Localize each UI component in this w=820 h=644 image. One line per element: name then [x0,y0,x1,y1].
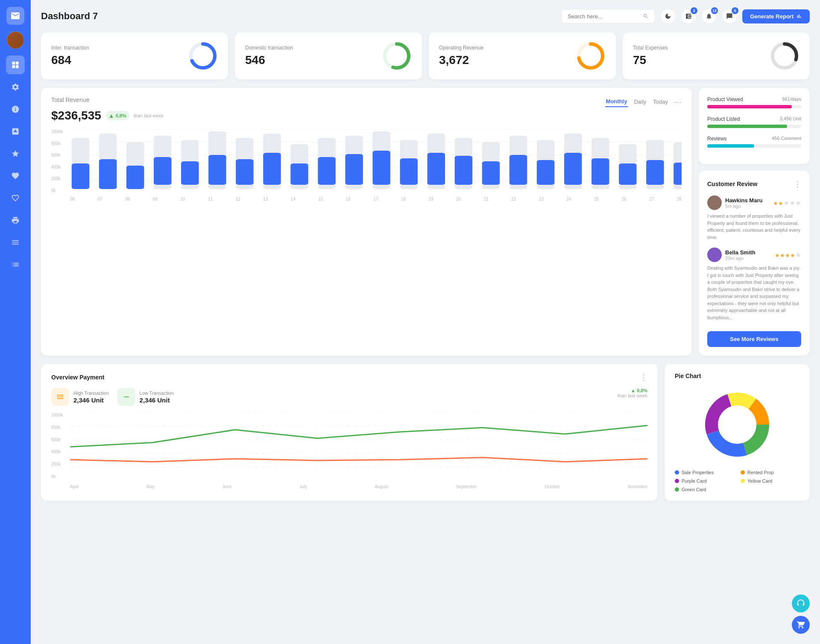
revenue-title: Total Revenue [51,96,90,103]
sidebar-item-print[interactable] [6,211,25,230]
svg-rect-44 [181,161,199,185]
reviewer-avatar [707,248,722,262]
pie-legend: Sale Properties Rented Prop Purple Card … [675,470,800,492]
legend-rented-prop: Rented Prop [741,470,800,475]
search-input[interactable] [568,13,639,20]
moon-icon [665,13,671,20]
legend-dot [675,479,679,483]
legend-sale-properties: Sale Properties [675,470,734,475]
y-axis-labels: 1000k 800k 600k 400k 200k 0k [51,129,63,193]
reviewer-name: Bella Smith [725,249,756,256]
float-buttons [792,594,810,634]
search-icon [643,13,649,20]
sidebar-item-dashboard[interactable] [6,55,25,74]
notifications-btn[interactable]: 12 [701,9,717,24]
svg-rect-59 [592,158,609,185]
chat-btn[interactable]: 5 [722,9,737,24]
sidebar-item-heart[interactable] [6,166,25,185]
progress-bar [707,144,801,148]
tab-daily[interactable]: Daily [633,97,647,107]
tab-today[interactable]: Today [652,97,669,107]
donut-chart-expenses [770,41,800,71]
svg-rect-45 [208,155,226,185]
sidebar-item-heart-outline[interactable] [6,189,25,207]
metric-product-viewed: Product Viewed 561/days [707,96,801,108]
legend-green-card: Green Card [675,487,734,492]
svg-rect-43 [154,157,171,185]
svg-rect-50 [345,154,363,185]
line-chart-svg [70,413,647,481]
svg-rect-47 [263,153,281,185]
revenue-more-options[interactable]: ⋯ [674,97,682,107]
progress-bar [707,105,801,108]
stat-card-revenue: Operating Revenue 3,672 [429,32,616,79]
tab-monthly[interactable]: Monthly [605,96,628,107]
sidebar-item-settings[interactable] [6,78,25,96]
svg-rect-54 [455,156,472,185]
svg-rect-41 [99,159,117,189]
svg-rect-3 [16,65,19,68]
svg-rect-46 [236,159,253,185]
sidebar-item-list[interactable] [6,255,25,274]
search-box[interactable] [561,9,655,23]
bell-icon [706,13,712,20]
user-avatar[interactable] [7,32,24,49]
legend-yellow-card: Yellow Card [741,478,800,484]
metric-value: 3,456 Unit [780,116,801,122]
stat-value: 75 [633,53,668,67]
support-float-button[interactable] [792,594,810,612]
stat-label: Inter. transaction [51,45,89,51]
metric-label: Reviews [707,136,726,142]
x-axis-labels: 0607080910111213141516171819202122232425… [70,197,682,201]
payment-more-options[interactable]: ⋮ [640,373,647,382]
payment-badge: ▲ 0,8% [618,388,647,393]
metric-label: Product Viewed [707,96,743,102]
legend-purple-card: Purple Card [675,478,734,484]
cart-float-button[interactable] [792,616,810,634]
sidebar-item-info[interactable] [6,100,25,119]
wallet-btn[interactable]: 2 [681,9,696,24]
review-time: 5m ago [725,204,762,209]
revenue-amount: $236,535 [51,109,101,122]
svg-rect-52 [400,158,418,185]
svg-rect-0 [12,62,15,65]
metric-label: Product Listed [707,116,740,122]
donut-chart-domestic [382,41,412,71]
svg-rect-57 [537,160,554,185]
payment-title: Overview Payment [51,374,105,381]
see-more-reviews-button[interactable]: See More Reviews [707,331,801,347]
svg-rect-60 [619,163,636,185]
stat-label: Operating Revenue [439,45,483,51]
header-actions: 2 12 5 Generate Report [561,9,810,24]
legend-dot [675,487,679,492]
sidebar-item-favorites[interactable] [6,144,25,163]
generate-report-button[interactable]: Generate Report [742,9,810,23]
stats-row: Inter. transaction 684 Domestic transact… [41,32,810,79]
star-rating: ★★ [773,200,783,207]
bar-chart-icon [796,13,802,19]
review-more-options[interactable]: ⋮ [794,179,801,189]
svg-rect-1 [16,62,19,65]
svg-rect-53 [428,153,445,185]
app-logo[interactable] [6,7,24,25]
stat-label: Domestic transaction [245,45,293,51]
cart-icon [797,621,805,629]
line-chart-wrapper: 1000k 800k 600k 400k 200k 0k [51,413,647,489]
high-transaction-icon [51,388,69,406]
low-transaction-label: Low Transaction [140,390,174,396]
dark-mode-btn[interactable] [660,9,676,24]
legend-dot [741,479,745,483]
wallet-badge: 2 [691,7,697,14]
svg-rect-48 [290,163,308,185]
sidebar-item-analytics[interactable] [6,122,25,141]
svg-rect-51 [372,151,390,185]
revenue-tabs: Monthly Daily Today ⋯ [605,96,682,107]
stat-value: 3,672 [439,53,483,67]
stat-info: Inter. transaction 684 [51,45,89,67]
progress-fill [707,144,754,148]
stat-card-expenses: Total Expenses 75 [623,32,810,79]
high-transaction: High Transaction 2,346 Unit [51,388,109,406]
bar-chart-wrapper: 1000k 800k 600k 400k 200k 0k [51,129,682,201]
sidebar-item-menu[interactable] [6,233,25,252]
star-rating: ★★★★ [775,252,795,259]
